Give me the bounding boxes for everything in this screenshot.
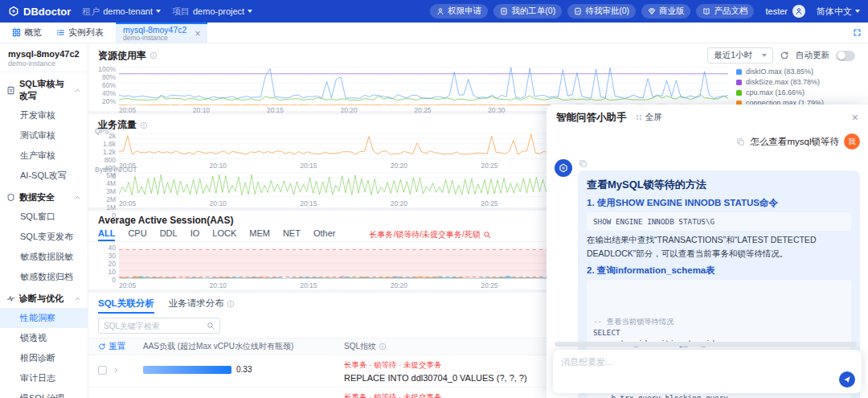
send-icon[interactable] bbox=[839, 371, 855, 388]
reset-button[interactable]: 重置 bbox=[98, 341, 125, 352]
user-message-text: 怎么查看mysql锁等待 bbox=[750, 136, 839, 148]
info-icon[interactable] bbox=[140, 121, 148, 129]
sidebar-item[interactable]: 测试审核 bbox=[0, 125, 88, 146]
doc-icon bbox=[500, 7, 508, 15]
aas-tab[interactable]: ALL bbox=[98, 228, 115, 241]
doc-check-icon bbox=[574, 7, 582, 15]
sidebar-item[interactable]: 审计日志 bbox=[0, 368, 88, 388]
y-tick-label: 40% bbox=[102, 89, 116, 97]
language-selector[interactable]: 简体中文 bbox=[817, 6, 860, 18]
close-icon[interactable]: × bbox=[194, 29, 200, 39]
chevron-down-icon bbox=[156, 10, 161, 13]
legend-item[interactable]: diskIO.max (83.85%) bbox=[736, 68, 860, 76]
code-block-1: SHOW ENGINE INNODB STATUS\G bbox=[587, 212, 851, 231]
sidebar-item[interactable]: AI-SQL改写 bbox=[0, 166, 88, 186]
topbar-actions: 权限申请 我的工单(0) 待我审批(0) 商业版 产品文档 bbox=[430, 4, 754, 18]
code-line: SELECT bbox=[593, 327, 845, 338]
x-tick-label: 20:25 bbox=[481, 281, 497, 289]
nav-overview-label: 概览 bbox=[24, 27, 42, 39]
sidebar-item[interactable]: 敏感数据归档 bbox=[0, 267, 88, 287]
chevron-right-icon[interactable] bbox=[113, 367, 120, 374]
sidebar-item[interactable]: 根因诊断 bbox=[0, 348, 88, 368]
chart-controls: 最近1小时 自动更新 bbox=[707, 47, 855, 64]
aas-tab[interactable]: DDL bbox=[160, 228, 178, 241]
magnifier-icon bbox=[483, 231, 491, 239]
sidebar-item[interactable]: 锁透视 bbox=[0, 328, 88, 348]
sidebar-group-audit-header[interactable]: SQL审核与改写 bbox=[0, 72, 88, 105]
refresh-icon[interactable] bbox=[780, 51, 789, 60]
y-tick-label: 20% bbox=[102, 97, 116, 105]
commercial-edition-button[interactable]: 商业版 bbox=[641, 4, 691, 18]
topbar: DBdoctor 租户 demo-tenant 项目 demo-project … bbox=[0, 0, 868, 23]
nav-instance-list[interactable]: 实例列表 bbox=[49, 23, 111, 43]
expand-icon[interactable] bbox=[853, 28, 862, 37]
anomaly-link[interactable]: 长事务/锁等待/未提交事务/死锁 bbox=[369, 229, 490, 240]
ai-assistant-panel: 智能问答小助手 全屏 × 怎么查看mysql锁等待 我 查看MySQL锁等待的方… bbox=[547, 105, 868, 398]
legend-swatch bbox=[736, 90, 742, 96]
sidebar-item[interactable]: SQL窗口 bbox=[0, 207, 88, 227]
sidebar-group-security: 数据安全 SQL窗口SQL变更发布敏感数据脱敏敏感数据归档 bbox=[0, 186, 88, 287]
tenant-selector[interactable]: 租户 demo-tenant bbox=[82, 6, 161, 18]
project-selector[interactable]: 项目 demo-project bbox=[172, 6, 252, 18]
aas-tab[interactable]: LOCK bbox=[212, 228, 236, 241]
x-tick-label: 20:15 bbox=[300, 281, 317, 289]
aas-tab[interactable]: Other bbox=[313, 228, 336, 241]
fullscreen-button[interactable]: 全屏 bbox=[635, 112, 662, 123]
resource-y-axis: 100%80%60%40%20% bbox=[95, 65, 119, 105]
x-tick-label: 20:15 bbox=[300, 162, 317, 170]
aas-tab[interactable]: MEM bbox=[249, 228, 270, 241]
info-icon[interactable] bbox=[379, 343, 387, 351]
y-tick-label: 1.2k bbox=[103, 148, 116, 156]
info-icon[interactable] bbox=[149, 51, 158, 59]
sidebar-item[interactable]: 生产审核 bbox=[0, 146, 88, 166]
copy-icon[interactable] bbox=[579, 159, 860, 168]
aas-tab[interactable]: NET bbox=[283, 228, 301, 241]
legend-item[interactable]: diskSize.max (83.78%) bbox=[736, 78, 860, 86]
assistant-input[interactable] bbox=[561, 357, 825, 367]
resource-usage-chart[interactable] bbox=[119, 65, 728, 105]
bytes-label: Bytes IN/OUT bbox=[95, 166, 137, 174]
shield-icon bbox=[6, 193, 15, 202]
product-docs-button[interactable]: 产品文档 bbox=[696, 4, 754, 18]
tab-title: mysql-8moy47c2 bbox=[123, 25, 186, 35]
resource-usage-section: 资源使用率 最近1小时 自动更新 100%80%60%40%20% bbox=[88, 43, 868, 111]
x-tick-label: 20:05 bbox=[119, 281, 136, 289]
auto-update-toggle[interactable] bbox=[836, 51, 855, 61]
logo-icon bbox=[559, 163, 568, 173]
aas-tab[interactable]: CPU bbox=[128, 228, 146, 241]
row-checkbox[interactable] bbox=[98, 366, 107, 375]
instance-info: mysql-8moy47c2 demo-instance bbox=[0, 43, 88, 72]
column-header-sql-fingerprint: SQL指纹 bbox=[344, 341, 376, 352]
sidebar-item[interactable]: 敏感数据脱敏 bbox=[0, 247, 88, 267]
tab-instance[interactable]: mysql-8moy47c2 demo-instance × bbox=[116, 23, 207, 43]
sidebar-item[interactable]: SQL变更发布 bbox=[0, 227, 88, 247]
tab-request-distribution[interactable]: 业务请求分布 bbox=[169, 296, 235, 314]
sql-search-input[interactable] bbox=[104, 322, 203, 330]
my-tickets-button[interactable]: 我的工单(0) bbox=[493, 4, 562, 18]
chevron-down-icon bbox=[248, 10, 252, 13]
search-icon[interactable] bbox=[207, 322, 215, 330]
sidebar-item[interactable]: 性能洞察 bbox=[0, 308, 88, 328]
tab-sql-analysis[interactable]: SQL关联分析 bbox=[98, 296, 154, 314]
sidebar-item[interactable]: 慢SQL治理 bbox=[0, 388, 88, 398]
legend-item[interactable]: cpu.max (16.66%) bbox=[736, 88, 860, 96]
user-menu[interactable]: tester bbox=[765, 5, 805, 18]
sidebar-group-security-header[interactable]: 数据安全 bbox=[0, 186, 88, 207]
assistant-title: 智能问答小助手 bbox=[556, 111, 627, 125]
sidebar-group-diagnosis-header[interactable]: 诊断与优化 bbox=[0, 287, 88, 308]
close-icon[interactable]: × bbox=[852, 112, 858, 123]
x-tick-label: 20:25 bbox=[414, 106, 431, 114]
pending-approval-button[interactable]: 待我审批(0) bbox=[567, 4, 636, 18]
assistant-avatar bbox=[555, 159, 572, 177]
dots-icon bbox=[635, 113, 643, 121]
list-icon bbox=[56, 28, 65, 37]
copy-icon[interactable] bbox=[736, 137, 745, 146]
aas-tab[interactable]: IO bbox=[190, 228, 200, 241]
permission-apply-button[interactable]: 权限申请 bbox=[430, 4, 488, 18]
time-range-select[interactable]: 最近1小时 bbox=[707, 47, 773, 64]
app-logo[interactable]: DBdoctor bbox=[8, 6, 71, 18]
user-name: tester bbox=[765, 6, 788, 16]
sidebar-item[interactable]: 开发审核 bbox=[0, 105, 88, 125]
sidebar-group-audit: SQL审核与改写 开发审核测试审核生产审核AI-SQL改写 bbox=[0, 72, 88, 186]
nav-overview[interactable]: 概览 bbox=[5, 23, 49, 43]
